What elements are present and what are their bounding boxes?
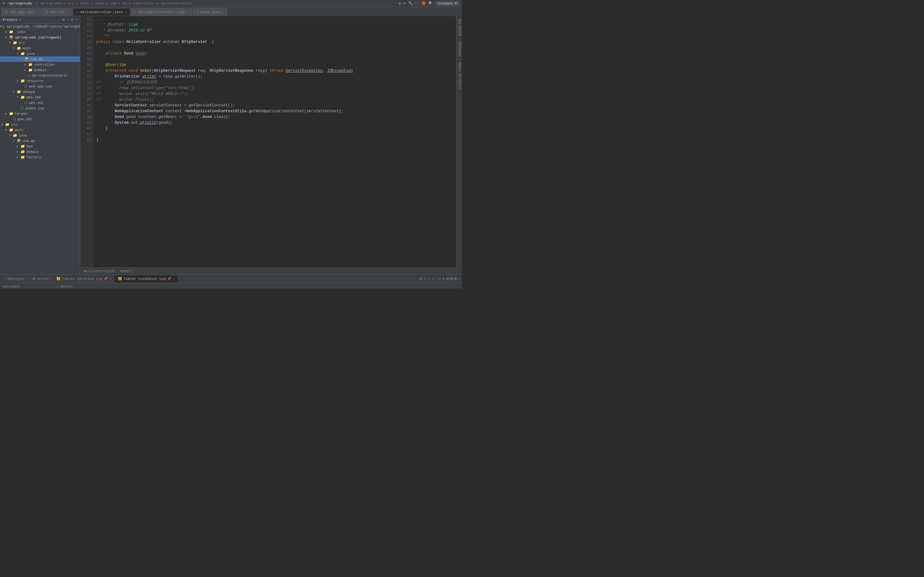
tree-item-index-jsp[interactable]: ⬡ index.jsp — [0, 105, 80, 111]
any-build-label[interactable]: Any Build — [457, 16, 462, 39]
main-layout: Project ▼ ⊕ ↕ ⚙ − ▼ 🗂 springStudy ~/Idea… — [0, 16, 462, 274]
tree-item-pom-xml[interactable]: ⬡ pom.xml — [0, 116, 80, 122]
tree-arrow-idea: ▶ — [5, 30, 9, 34]
folder-icon-factory: 📁 — [21, 155, 25, 159]
tree-item-dao[interactable]: ▶ 📁 Dao — [0, 143, 80, 149]
tree-item-main[interactable]: ▼ 📁 main — [0, 45, 80, 51]
folder-icon-webapp: 📁 — [17, 90, 21, 94]
scroll-end-icon[interactable]: ↓↓ — [431, 276, 437, 282]
package-icon2: 📦 — [17, 139, 21, 143]
tab-web-xml[interactable]: ⬡ web.xml ✕ — [41, 8, 72, 16]
code-content[interactable]: 21 22 23 24 25 26 27 28 29 30 31 32 33 3… — [80, 16, 456, 268]
output-panel: Output 07-Dec-2018 17:35:52.877 信息 [RMI … — [58, 283, 462, 288]
folder-icon-controller: 📁 — [28, 63, 33, 67]
tab-web-app-xml[interactable]: ⬡ web-app.xml ✕ — [1, 8, 41, 16]
app-title: springStudy — [9, 2, 32, 5]
tree-item-target[interactable]: ▶ 📁 target — [0, 111, 80, 116]
tree-item-domain[interactable]: ▶ 📁 domain — [0, 67, 80, 73]
bottom-tab-controls: ≡ ↑ ↓ ↓↓ ↩ ✕ ⊟ ⊞ ⚙ − — [419, 276, 461, 282]
tree-label-resource: resource — [26, 79, 43, 83]
tree-item-controller[interactable]: ▶ 📁 controller — [0, 62, 80, 67]
scroll-down-icon[interactable]: ↓ — [427, 276, 430, 282]
tab-tomcat-localhost[interactable]: 🐱 Tomcat Localhost Log 📌 ✕ — [115, 276, 178, 282]
tree-item-webapp-folder[interactable]: ▼ 📁 webapp — [0, 89, 80, 95]
tree-label-webinf: WEB-INF — [26, 95, 41, 99]
minimize-icon[interactable]: − — [458, 276, 461, 282]
tree-item-resource[interactable]: ▼ 📁 resource — [0, 78, 80, 84]
maven-projects-label[interactable]: Maven Projects — [457, 60, 462, 92]
tree-item-src2[interactable]: ▼ 📁 src — [0, 122, 80, 127]
title-bar: ● springStudy ▸ spring-web ▸ src ▸ main … — [0, 0, 462, 7]
tree-item-factory[interactable]: ▶ 📁 factory — [0, 155, 80, 160]
tree-label-src: src — [19, 41, 25, 45]
tree-label-domain2: domain — [26, 150, 39, 154]
tree-item-idea[interactable]: ▶ 📁 .idea — [0, 29, 80, 35]
tab-server[interactable]: 🖥 Server — [29, 276, 53, 282]
sidebar-icon-2[interactable]: ↕ — [66, 17, 69, 22]
settings-icon[interactable]: ⚙ — [454, 276, 457, 282]
tree-label-controller: controller — [34, 63, 55, 67]
tree-item-spring-context-util[interactable]: ☕ SpringContextUtil — [0, 73, 80, 78]
unnamed-dropdown[interactable]: Unnamed ▼ — [435, 1, 459, 6]
tree-item-com-my2[interactable]: ▼ 📦 com.my — [0, 138, 80, 143]
pin-icon-localhost[interactable]: 📌 — [167, 277, 171, 281]
undo-icon[interactable]: ↩ — [438, 276, 441, 282]
project-icon: 🗂 — [2, 24, 5, 29]
tree-label-factory: factory — [26, 155, 41, 159]
folder-icon-src2: 📁 — [5, 122, 10, 127]
close-catalina[interactable]: ✕ — [109, 277, 111, 281]
filter-icon[interactable]: ≡ — [419, 276, 422, 282]
tree-item-domain2[interactable]: ▶ 📁 domain — [0, 149, 80, 155]
tree-item-com-my[interactable]: ▼ 📦 com.my — [0, 56, 80, 62]
tree-arrow-domain: ▶ — [24, 68, 28, 72]
tree-arrow-com-my: ▼ — [21, 58, 24, 61]
tree-item-src[interactable]: ▼ 📁 src — [0, 40, 80, 45]
tree-label-domain: domain — [34, 68, 47, 72]
tree-item-web-xml[interactable]: ⬡ web.xml — [0, 100, 80, 105]
right-tool-panel: Any Build Database Maven Projects — [456, 16, 462, 274]
tab-tomcat-catalina[interactable]: 🐱 Tomcat Catalina Log 📌 ✕ — [53, 276, 113, 282]
tab-good-java[interactable]: ☕ Good.java ✕ — [193, 8, 227, 16]
tree-label-webapp-xml: web-app.xml — [29, 85, 52, 89]
code-editor[interactable]: * @author: lige * @create: 2018-12-07 **… — [93, 16, 456, 268]
sidebar-dropdown-arrow[interactable]: ▼ — [19, 18, 21, 21]
close-tab-spring-context-util[interactable]: ✕ — [187, 10, 189, 14]
tree-arrow-factory: ▶ — [17, 155, 21, 159]
sidebar-icon-1[interactable]: ⊕ — [62, 17, 65, 22]
tree-label-dao: Dao — [26, 145, 33, 148]
tab-debugger[interactable]: ⚡ Debugger — [1, 276, 28, 282]
tree-item-webapp-xml[interactable]: ⬡ web-app.xml — [0, 84, 80, 89]
tree-item-webinf[interactable]: ▼ 📁 WEB-INF — [0, 95, 80, 100]
database-label[interactable]: Database — [457, 39, 462, 60]
tree-item-springstudy[interactable]: ▼ 🗂 springStudy ~/IdeaProjects/springStu… — [0, 24, 80, 29]
breadcrumb-hello-controller[interactable]: HelloController — [83, 269, 115, 273]
tree-item-springweb[interactable]: ▼ 📦 spring-web [springweb] — [0, 35, 80, 40]
tree-label: springStudy ~/IdeaProjects/springStudy — [6, 25, 80, 29]
xml-icon-webapp: ⬡ — [24, 84, 27, 89]
folder-icon-domain2: 📁 — [21, 150, 25, 154]
pin-icon-catalina[interactable]: 📌 — [103, 277, 107, 281]
clear-icon[interactable]: ✕ — [442, 276, 445, 282]
scroll-up-icon[interactable]: ↑ — [423, 276, 426, 282]
close-tab-good-java[interactable]: ✕ — [222, 10, 224, 14]
run-controls[interactable]: ▶ ⟳ 🔧 ⬛ 🔴 🔍 — [399, 1, 433, 5]
sidebar-icon-3[interactable]: ⚙ — [71, 17, 73, 22]
wrap-icon[interactable]: ⊟ — [446, 276, 449, 282]
tree-item-java2[interactable]: ▼ 📁 java — [0, 133, 80, 138]
tree-item-java[interactable]: ▼ 📁 java — [0, 51, 80, 56]
close-tab-web-xml[interactable]: ✕ — [67, 10, 69, 14]
sidebar-icon-4[interactable]: − — [75, 17, 78, 22]
app-icon: ● — [3, 1, 5, 6]
close-localhost[interactable]: ✕ — [172, 277, 174, 281]
tab-spring-context-util[interactable]: ☕ SpringContextUtil.java ✕ — [131, 8, 192, 16]
tree-arrow-src2: ▼ — [1, 123, 5, 126]
tree-item-main2[interactable]: ▼ 📁 main — [0, 127, 80, 133]
close-tab-web-app-xml[interactable]: ✕ — [35, 10, 37, 14]
tab-hello-controller[interactable]: ☕ HelloController.java ✕ — [73, 8, 130, 16]
tree-label-main2: main — [15, 128, 23, 132]
breadcrumb-do-get[interactable]: doGet() — [120, 269, 135, 273]
tree-arrow-com-my2: ▼ — [13, 139, 17, 143]
align-icon[interactable]: ⊞ — [450, 276, 453, 282]
tree-label-com-my: com.my — [30, 57, 43, 61]
close-tab-hello-controller[interactable]: ✕ — [125, 10, 127, 14]
